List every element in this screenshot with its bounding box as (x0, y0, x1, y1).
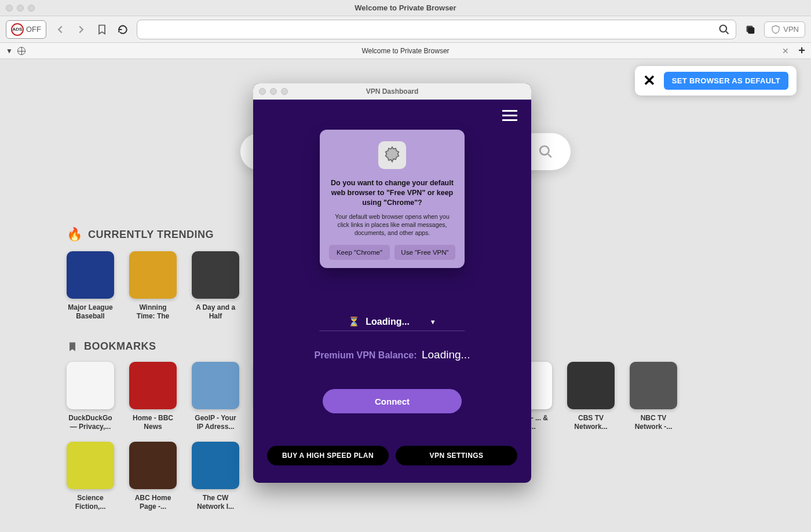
buy-plan-button[interactable]: BUY A HIGH SPEED PLAN (267, 446, 389, 465)
tabs-overview-button[interactable] (743, 23, 757, 36)
balance-value: Loading... (422, 348, 470, 361)
keep-chrome-button[interactable]: Keep "Chrome" (329, 245, 390, 260)
forward-button[interactable] (74, 23, 88, 36)
card[interactable]: Winning Time: The Rise o... (129, 251, 177, 321)
card[interactable]: NBC TV Network -... (630, 362, 677, 431)
vpn-dashboard-window: VPN Dashboard Do you want to change your… (253, 83, 531, 483)
window-titlebar: Welcome to Private Browser (0, 0, 811, 16)
card-label: GeoIP - Your IP Adress... (192, 414, 239, 431)
bookmark-button[interactable] (95, 23, 109, 36)
use-free-vpn-button[interactable]: Use "Free VPN" (394, 245, 455, 260)
ads-status-label: OFF (26, 25, 41, 34)
traffic-lights (6, 5, 35, 12)
ads-toggle[interactable]: ADS OFF (6, 20, 46, 39)
connect-button[interactable]: Connect (323, 389, 462, 413)
vpn-balance: Premium VPN Balance: Loading... (253, 348, 531, 361)
thumbnail (192, 362, 239, 409)
prompt-description: Your default web browser opens when you … (329, 212, 455, 237)
vpn-loading-text: Loading... (366, 317, 410, 327)
card-label: NBC TV Network -... (630, 414, 677, 431)
thumbnail (192, 251, 239, 299)
new-tab-button[interactable]: + (798, 44, 805, 57)
card[interactable]: Home - BBC News (129, 362, 177, 431)
card-label: Winning Time: The Rise o... (129, 303, 177, 321)
card[interactable]: DuckDuckGo — Privacy,... (67, 362, 114, 431)
card-label: CBS TV Network... (567, 414, 615, 431)
tab-close-button[interactable]: ✕ (782, 46, 789, 56)
shield-icon (770, 24, 781, 35)
thumbnail (129, 251, 177, 299)
minimize-dot[interactable] (17, 5, 24, 12)
ads-icon: ADS (11, 23, 24, 36)
search-icon[interactable] (718, 24, 730, 35)
card[interactable]: Science Fiction,... (67, 442, 114, 511)
thumbnail (67, 362, 114, 409)
card[interactable]: Major League Baseball (67, 251, 114, 321)
chevron-down-icon: ▼ (430, 318, 436, 325)
flame-icon: 🔥 (67, 227, 82, 242)
address-input[interactable] (143, 25, 718, 34)
back-button[interactable] (53, 23, 67, 36)
thumbnail (67, 251, 114, 299)
vpn-location-selector[interactable]: ⏳ Loading... ▼ (319, 314, 465, 331)
thumbnail (192, 442, 239, 489)
card-label: Major League Baseball (67, 303, 114, 321)
card[interactable]: ABC Home Page -... (129, 442, 177, 511)
vpn-toolbar-button[interactable]: VPN (764, 21, 805, 38)
trending-heading: CURRENTLY TRENDING (88, 229, 214, 241)
card[interactable]: GeoIP - Your IP Adress... (192, 362, 239, 431)
card-label: DuckDuckGo — Privacy,... (67, 414, 114, 431)
thumbnail (630, 362, 677, 409)
address-bar[interactable] (137, 20, 736, 39)
tab-bar: ▼ Welcome to Private Browser ✕ + (0, 43, 811, 59)
hourglass-icon: ⏳ (348, 316, 360, 327)
card-label: Science Fiction,... (67, 494, 114, 511)
zoom-dot[interactable] (28, 5, 35, 12)
vpn-label: VPN (783, 25, 799, 34)
start-page: ✕ SET BROWSER AS DEFAULT 🔥 CURRENTLY TRE… (0, 59, 811, 532)
svg-point-0 (720, 25, 727, 32)
card-label: ABC Home Page -... (129, 494, 177, 511)
card[interactable]: A Day and a Half (192, 251, 239, 321)
svg-point-3 (540, 146, 549, 155)
window-title: Welcome to Private Browser (0, 3, 811, 12)
balance-label: Premium VPN Balance: (315, 350, 417, 360)
thumbnail (129, 362, 177, 409)
default-browser-prompt: Do you want to change your default web b… (320, 130, 465, 268)
card-label: A Day and a Half (192, 303, 239, 321)
card[interactable]: CBS TV Network... (567, 362, 615, 431)
tab-title[interactable]: Welcome to Private Browser (0, 47, 811, 55)
bookmark-icon (67, 341, 78, 353)
card[interactable]: The CW Network I... (192, 442, 239, 511)
bookmarks-heading: BOOKMARKS (84, 340, 156, 353)
vpn-window-title: VPN Dashboard (253, 87, 531, 96)
prompt-question: Do you want to change your default web b… (329, 178, 455, 208)
thumbnail (67, 442, 114, 489)
card-label: Home - BBC News (129, 414, 177, 431)
svg-rect-2 (748, 27, 755, 34)
browser-toolbar: ADS OFF VPN (0, 16, 811, 43)
search-icon[interactable] (538, 144, 553, 159)
vpn-settings-button[interactable]: VPN SETTINGS (396, 446, 517, 465)
reload-button[interactable] (116, 23, 130, 36)
thumbnail (567, 362, 615, 409)
hamburger-menu-icon[interactable] (502, 110, 517, 121)
thumbnail (129, 442, 177, 489)
gear-icon (378, 141, 406, 169)
set-default-button[interactable]: SET BROWSER AS DEFAULT (664, 72, 788, 90)
vpn-titlebar: VPN Dashboard (253, 83, 531, 100)
card-label: The CW Network I... (192, 494, 239, 511)
close-icon[interactable]: ✕ (643, 72, 656, 90)
close-dot[interactable] (6, 5, 13, 12)
default-browser-banner: ✕ SET BROWSER AS DEFAULT (635, 66, 797, 96)
